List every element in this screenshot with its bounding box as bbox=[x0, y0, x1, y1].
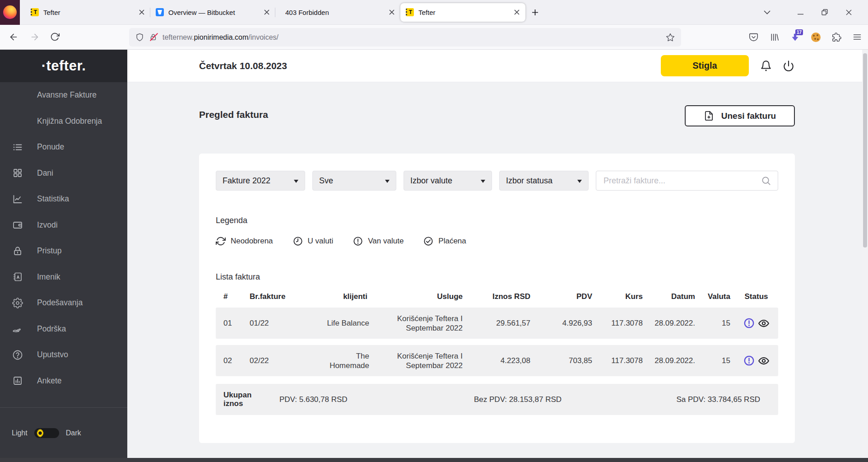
scrollbar-thumb[interactable] bbox=[863, 53, 867, 247]
current-date: Četvrtak 10.08.2023 bbox=[199, 50, 287, 82]
list-all-tabs-icon[interactable] bbox=[755, 0, 789, 24]
cell-status bbox=[732, 317, 790, 329]
col-num: # bbox=[216, 292, 234, 301]
year-filter-dropdown[interactable]: Fakture 2022 bbox=[216, 171, 305, 191]
tab-tefter-1[interactable]: T Tefter bbox=[25, 3, 150, 22]
invoice-row[interactable]: 01 01/22 Life Balance Korišćenje Teftera… bbox=[216, 308, 778, 339]
content-area: Pregled faktura Unesi fakturu Fakture 20… bbox=[127, 82, 868, 458]
star-icon[interactable] bbox=[666, 33, 675, 42]
search-icon[interactable] bbox=[761, 176, 771, 186]
van-valute-status-icon bbox=[743, 317, 755, 329]
reload-icon[interactable] bbox=[50, 32, 60, 42]
firefox-logo-box[interactable] bbox=[0, 0, 20, 25]
sidebar-item-avansne-fakture[interactable]: Avansne Fakture bbox=[0, 82, 127, 108]
invoice-row[interactable]: 02 02/22 The Homemade Korišćenje Teftera… bbox=[216, 345, 778, 376]
library-icon[interactable] bbox=[770, 33, 779, 42]
cell-service: Korišćenje Teftera I Septembar 2022 bbox=[369, 351, 466, 371]
legend-label: Van valute bbox=[368, 237, 404, 246]
tab-tefter-active[interactable]: T Tefter bbox=[400, 3, 525, 22]
forward-icon[interactable] bbox=[30, 32, 40, 42]
sidebar-item-dani[interactable]: Dani bbox=[0, 160, 127, 187]
legend-item-placena: Plaćena bbox=[423, 236, 466, 246]
page-title: Pregled faktura bbox=[199, 109, 268, 120]
cell-num: 01 bbox=[216, 318, 234, 328]
new-tab-icon[interactable] bbox=[530, 7, 540, 18]
sidebar-item-knjizna-odobrenja[interactable]: Knjižna Odobrenja bbox=[0, 108, 127, 135]
sidebar-item-label: Uputstvo bbox=[37, 350, 68, 359]
filters-row: Fakture 2022 Sve Izbor valute Izbor stat… bbox=[216, 171, 778, 191]
gear-icon bbox=[12, 297, 23, 309]
col-service: Usluge bbox=[369, 292, 466, 301]
sidebar-item-podrska[interactable]: Podrška bbox=[0, 316, 127, 342]
dropdown-value: Sve bbox=[319, 176, 333, 186]
invoice-list-title: Lista faktura bbox=[216, 272, 778, 282]
tab-403-forbidden[interactable]: 403 Forbidden bbox=[275, 3, 400, 22]
restore-icon[interactable] bbox=[812, 0, 837, 24]
view-invoice-eye-icon[interactable] bbox=[758, 317, 770, 329]
view-invoice-eye-icon[interactable] bbox=[758, 355, 770, 367]
bitbucket-favicon-icon bbox=[156, 8, 164, 16]
downloads-extension-icon[interactable]: 17 bbox=[790, 33, 800, 42]
close-tab-icon[interactable] bbox=[388, 8, 396, 16]
sidebar-item-label: Dani bbox=[37, 168, 53, 178]
status-filter-dropdown[interactable]: Izbor statusa bbox=[499, 171, 589, 191]
col-invoice-no: Br.fakture bbox=[234, 292, 283, 301]
search-input[interactable] bbox=[603, 176, 761, 186]
close-tab-icon[interactable] bbox=[138, 8, 146, 16]
col-kurs: Kurs bbox=[594, 292, 645, 301]
tab-bitbucket[interactable]: Overview — Bitbucket bbox=[150, 3, 275, 22]
help-circle-icon bbox=[12, 349, 23, 361]
stigla-button[interactable]: Stigla bbox=[661, 55, 749, 76]
theme-toggle[interactable] bbox=[34, 428, 59, 438]
cell-amount: 29.561,57 bbox=[466, 318, 532, 328]
sidebar-item-label: Izvodi bbox=[37, 220, 58, 230]
dropdown-value: Izbor statusa bbox=[506, 176, 552, 186]
pocket-icon[interactable] bbox=[749, 33, 758, 42]
sidebar-item-imenik[interactable]: Imenik bbox=[0, 264, 127, 290]
tab-separator bbox=[150, 8, 150, 17]
sidebar-item-pristup[interactable]: Pristup bbox=[0, 238, 127, 264]
logout-power-icon[interactable] bbox=[783, 60, 794, 72]
sidebar-nav: Avansne Fakture Knjižna Odobrenja Ponude… bbox=[0, 82, 127, 394]
lock-slash-icon[interactable] bbox=[149, 33, 157, 42]
menu-icon[interactable] bbox=[853, 33, 862, 42]
url-text[interactable]: tefternew.pionirimedia.com/invoices/ bbox=[162, 33, 666, 42]
sidebar-item-label: Pristup bbox=[37, 246, 61, 256]
close-icon[interactable] bbox=[837, 0, 861, 24]
browser-nav-bar: tefternew.pionirimedia.com/invoices/ 17 bbox=[0, 25, 868, 50]
vertical-scrollbar[interactable] bbox=[862, 50, 868, 458]
theme-light-label: Light bbox=[12, 429, 28, 437]
cell-service: Korišćenje Teftera I Septembar 2022 bbox=[369, 314, 466, 333]
poll-icon bbox=[12, 375, 23, 387]
sidebar-item-ponude[interactable]: Ponude bbox=[0, 134, 127, 160]
shield-icon[interactable] bbox=[135, 33, 144, 42]
sidebar-item-podesavanja[interactable]: Podešavanja bbox=[0, 290, 127, 316]
client-filter-dropdown[interactable]: Sve bbox=[312, 171, 396, 191]
minimize-icon[interactable] bbox=[789, 0, 812, 24]
col-pdv: PDV bbox=[532, 292, 594, 301]
sidebar-item-izvodi[interactable]: Izvodi bbox=[0, 212, 127, 238]
close-tab-icon[interactable] bbox=[263, 8, 271, 16]
cookie-icon[interactable] bbox=[811, 33, 821, 42]
sidebar-item-uputstvo[interactable]: Uputstvo bbox=[0, 342, 127, 368]
notifications-bell-icon[interactable] bbox=[760, 60, 772, 72]
tab-separator bbox=[275, 8, 275, 17]
legend-label: U valuti bbox=[308, 237, 334, 246]
legend-item-neodobrena: Neodobrena bbox=[216, 236, 273, 246]
url-domain: pionirimedia.com bbox=[194, 33, 248, 41]
back-icon[interactable] bbox=[9, 32, 19, 42]
sidebar-item-ankete[interactable]: Ankete bbox=[0, 368, 127, 394]
url-bar[interactable]: tefternew.pionirimedia.com/invoices/ bbox=[129, 28, 681, 47]
close-tab-icon[interactable] bbox=[513, 8, 521, 16]
tab-title: Tefter bbox=[43, 9, 135, 16]
sidebar-item-label: Knjižna Odobrenja bbox=[37, 117, 102, 126]
extensions-puzzle-icon[interactable] bbox=[832, 33, 841, 42]
col-valuta: Valuta bbox=[697, 292, 732, 301]
add-invoice-button[interactable]: Unesi fakturu bbox=[685, 105, 795, 126]
list-icon bbox=[12, 141, 23, 153]
cell-pdv: 703,85 bbox=[532, 356, 594, 365]
sidebar-item-statistika[interactable]: Statistika bbox=[0, 186, 127, 212]
totals-bez-pdv: Bez PDV: 28.153,87 RSD bbox=[474, 395, 562, 404]
sidebar-item-label: Podešavanja bbox=[37, 298, 83, 308]
currency-filter-dropdown[interactable]: Izbor valute bbox=[404, 171, 492, 191]
